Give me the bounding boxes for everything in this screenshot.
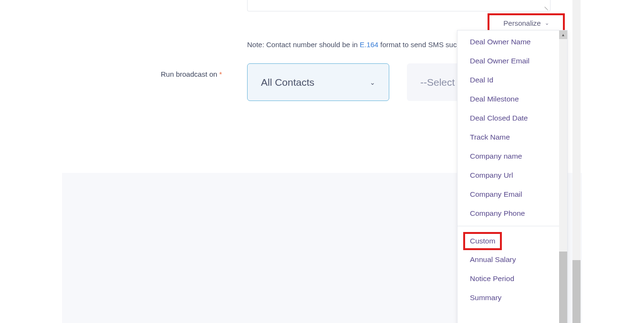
page-scrollbar-thumb[interactable] (572, 260, 581, 323)
personalize-dropdown: ▲ Deal Owner Name Deal Owner Email Deal … (457, 30, 568, 323)
dd-item-deal-id[interactable]: Deal Id (457, 71, 567, 90)
e164-link[interactable]: E.164 (360, 40, 378, 49)
chevron-down-icon: ⌄ (370, 79, 375, 86)
contacts-select[interactable]: All Contacts ⌄ (247, 63, 389, 101)
resize-icon (543, 5, 548, 10)
dd-item-company-email[interactable]: Company Email (457, 185, 567, 204)
dd-item-deal-owner-name[interactable]: Deal Owner Name (457, 32, 567, 51)
contacts-select-value: All Contacts (261, 77, 314, 88)
personalize-label: Personalize (503, 19, 540, 27)
note-prefix: Note: Contact number should be in (247, 40, 360, 49)
dd-item-deal-closed-date[interactable]: Deal Closed Date (457, 109, 567, 128)
dropdown-scrollbar-thumb[interactable] (559, 252, 567, 323)
dd-item-summary[interactable]: Summary (457, 288, 567, 307)
dd-section-divider: Custom (457, 226, 567, 250)
required-asterisk: * (219, 70, 222, 78)
run-broadcast-text: Run broadcast on (161, 70, 219, 78)
dd-item-company-name[interactable]: Company name (457, 147, 567, 166)
scroll-up-icon[interactable]: ▲ (559, 30, 567, 39)
note-text: Note: Contact number should be in E.164 … (247, 40, 486, 49)
dd-item-track-name[interactable]: Track Name (457, 128, 567, 147)
dd-item-company-phone[interactable]: Company Phone (457, 204, 567, 223)
dd-item-deal-milestone[interactable]: Deal Milestone (457, 90, 567, 109)
message-textarea[interactable] (247, 0, 551, 11)
dd-item-deal-owner-email[interactable]: Deal Owner Email (457, 51, 567, 71)
dd-item-company-url[interactable]: Company Url (457, 166, 567, 185)
run-broadcast-label: Run broadcast on * (161, 70, 222, 78)
chevron-down-icon: ⌄ (545, 20, 549, 26)
dd-item-notice-period[interactable]: Notice Period (457, 269, 567, 288)
dd-item-annual-salary[interactable]: Annual Salary (457, 250, 567, 269)
dd-section-custom[interactable]: Custom (463, 232, 502, 250)
personalize-button[interactable]: Personalize ⌄ (488, 13, 565, 32)
